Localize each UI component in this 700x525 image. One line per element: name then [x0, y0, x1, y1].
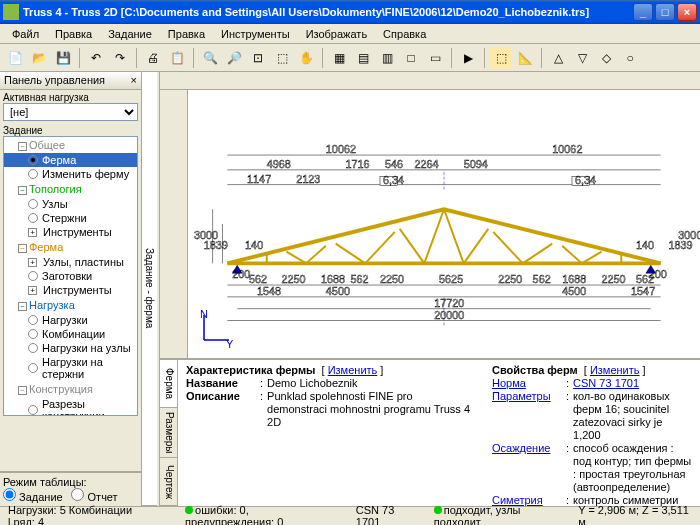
svg-text:5094: 5094	[464, 158, 488, 170]
svg-text:2250: 2250	[282, 273, 306, 285]
svg-text:1688: 1688	[562, 273, 586, 285]
save-icon[interactable]: 💾	[52, 47, 74, 69]
svg-text:2250: 2250	[380, 273, 404, 285]
close-button[interactable]: ×	[677, 3, 697, 21]
svg-text:20000: 20000	[434, 309, 464, 321]
tool2-icon[interactable]: ▽	[571, 47, 593, 69]
edit-link2[interactable]: Изменить	[590, 364, 640, 376]
status-bar: Нагрузки: 5 Комбинации l.ряд: 4 ошибки: …	[0, 506, 700, 525]
menu-view[interactable]: Изображать	[298, 26, 375, 42]
svg-text:2250: 2250	[602, 273, 626, 285]
zoom-window-icon[interactable]: ⬚	[271, 47, 293, 69]
vtab-task-ferma[interactable]: Задание - ферма	[142, 72, 157, 506]
vtab-dims[interactable]: Размеры	[160, 408, 177, 459]
svg-text:562: 562	[636, 273, 654, 285]
layers-icon[interactable]: ▤	[352, 47, 374, 69]
menu-edit[interactable]: Правка	[47, 26, 100, 42]
props-title: Свойства ферм	[492, 364, 578, 376]
collapse-icon[interactable]: −	[18, 386, 27, 395]
view1-icon[interactable]: □	[400, 47, 422, 69]
zoom-fit-icon[interactable]: ⊡	[247, 47, 269, 69]
drawing-canvas[interactable]: 1006210062 49681716 5462264 5094 1147212…	[188, 90, 700, 358]
tree-item-blanks[interactable]: Заготовки	[4, 269, 137, 283]
svg-text:562: 562	[249, 273, 267, 285]
minimize-button[interactable]: _	[633, 3, 653, 21]
menu-help[interactable]: Справка	[375, 26, 434, 42]
vtab-drawing[interactable]: Чертеж	[160, 458, 177, 506]
tree-item-ftools[interactable]: +Инструменты	[4, 283, 137, 297]
tree-item-loads[interactable]: Нагрузки	[4, 313, 137, 327]
svg-text:2123: 2123	[296, 173, 320, 185]
undo-icon[interactable]: ↶	[85, 47, 107, 69]
tool1-icon[interactable]: △	[547, 47, 569, 69]
maximize-button[interactable]: □	[655, 3, 675, 21]
svg-text:1839: 1839	[204, 239, 228, 251]
menu-file[interactable]: Файл	[4, 26, 47, 42]
menu-edit2[interactable]: Правка	[160, 26, 213, 42]
svg-text:10062: 10062	[326, 143, 356, 155]
status-loads: Нагрузки: 5 Комбинации l.ряд: 4	[4, 504, 165, 525]
open-icon[interactable]: 📂	[28, 47, 50, 69]
task-label: Задание	[3, 125, 138, 136]
svg-text:10062: 10062	[552, 143, 582, 155]
menu-bar: Файл Правка Задание Правка Инструменты И…	[0, 24, 700, 44]
svg-text:2250: 2250	[498, 273, 522, 285]
tree-item-ferma[interactable]: Ферма	[4, 153, 137, 167]
select-icon[interactable]: ⬚	[490, 47, 512, 69]
redo-icon[interactable]: ↷	[109, 47, 131, 69]
tree-item-members[interactable]: Стержни	[4, 211, 137, 225]
svg-text:140: 140	[245, 239, 263, 251]
tool4-icon[interactable]: ○	[619, 47, 641, 69]
svg-text:1548: 1548	[257, 285, 281, 297]
tree-item-edit-ferma[interactable]: Изменить ферму	[4, 167, 137, 181]
svg-text:1688: 1688	[321, 273, 345, 285]
active-load-label: Активная нагрузка	[3, 92, 138, 103]
panel-close-icon[interactable]: ×	[131, 74, 137, 86]
left-vtabs: Задание - ферма	[142, 72, 160, 506]
edit-link[interactable]: Изменить	[328, 364, 378, 376]
pan-icon[interactable]: ✋	[295, 47, 317, 69]
svg-text:546: 546	[385, 158, 403, 170]
mode-task-radio[interactable]: Задание	[3, 491, 63, 503]
detail-panel: Ферма Размеры Чертеж Характеристика ферм…	[160, 358, 700, 506]
zoom-out-icon[interactable]: 🔎	[223, 47, 245, 69]
svg-text:17720: 17720	[434, 297, 464, 309]
tool3-icon[interactable]: ◇	[595, 47, 617, 69]
active-load-combo[interactable]: [не]	[3, 103, 138, 121]
main-toolbar: 📄 📂 💾 ↶ ↷ 🖨 📋 🔍 🔎 ⊡ ⬚ ✋ ▦ ▤ ▥ □ ▭ ▶ ⬚ 📐 …	[0, 44, 700, 72]
tree-item-sections[interactable]: Разрезы конструкции	[4, 397, 137, 416]
svg-text:562: 562	[350, 273, 368, 285]
horizontal-ruler	[160, 72, 700, 90]
measure-icon[interactable]: 📐	[514, 47, 536, 69]
view2-icon[interactable]: ▭	[424, 47, 446, 69]
tree-item-nodeloads[interactable]: Нагрузки на узлы	[4, 341, 137, 355]
collapse-icon[interactable]: −	[18, 142, 27, 151]
print-icon[interactable]: 🖨	[142, 47, 164, 69]
menu-task[interactable]: Задание	[100, 26, 160, 42]
tree-item-tools[interactable]: +Инструменты	[4, 225, 137, 239]
svg-text:562: 562	[533, 273, 551, 285]
char-title: Характеристика фермы	[186, 364, 315, 376]
collapse-icon[interactable]: −	[18, 244, 27, 253]
pointer-icon[interactable]: ▶	[457, 47, 479, 69]
tree-item-plates[interactable]: +Узлы, пластины	[4, 255, 137, 269]
tree-item-memberloads[interactable]: Нагрузки на стержни	[4, 355, 137, 381]
vtab-ferma[interactable]: Ферма	[160, 360, 177, 408]
layers2-icon[interactable]: ▥	[376, 47, 398, 69]
preview-icon[interactable]: 📋	[166, 47, 188, 69]
svg-text:6,34: 6,34	[383, 174, 404, 186]
collapse-icon[interactable]: −	[18, 186, 27, 195]
svg-text:2264: 2264	[414, 158, 438, 170]
new-icon[interactable]: 📄	[4, 47, 26, 69]
svg-text:4500: 4500	[562, 285, 586, 297]
grid-icon[interactable]: ▦	[328, 47, 350, 69]
collapse-icon[interactable]: −	[18, 302, 27, 311]
status-ok-icon	[185, 506, 193, 514]
tree-item-nodes[interactable]: Узлы	[4, 197, 137, 211]
status-ok-icon	[434, 506, 442, 514]
menu-tools[interactable]: Инструменты	[213, 26, 298, 42]
mode-report-radio[interactable]: Отчет	[71, 491, 117, 503]
zoom-in-icon[interactable]: 🔍	[199, 47, 221, 69]
vertical-ruler	[160, 90, 188, 358]
tree-item-combos[interactable]: Комбинации	[4, 327, 137, 341]
